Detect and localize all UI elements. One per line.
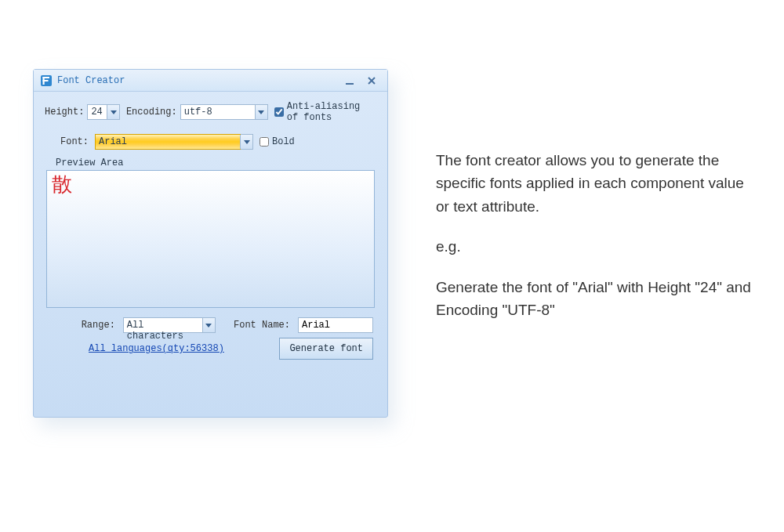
chevron-down-icon[interactable] [107,105,119,119]
explain-p2: e.g. [436,235,757,258]
explain-p3: Generate the font of "Arial" with Height… [436,276,757,322]
antialias-input[interactable] [274,107,284,117]
range-label: Range: [82,320,115,331]
font-combo[interactable]: Arial [95,134,253,150]
chevron-down-icon[interactable] [255,105,267,119]
preview-label: Preview Area [56,157,376,168]
antialias-label: Anti-aliasing of fonts [287,101,376,123]
window-title: Font Creator [57,75,125,86]
explain-p1: The font creator allows you to generate … [436,149,757,218]
height-label: Height: [45,107,84,118]
svg-rect-4 [346,83,354,85]
preview-glyph: 散 [52,172,72,196]
generate-font-button[interactable]: Generate font [279,338,373,360]
chevron-down-icon[interactable] [240,135,252,149]
font-creator-window: Font Creator Height: 24 [33,69,388,418]
encoding-label: Encoding: [126,107,177,118]
app-icon [40,74,53,87]
range-value: All characters [124,318,202,332]
svg-rect-3 [43,80,49,81]
encoding-combo[interactable]: utf-8 [180,104,268,120]
height-value: 24 [88,105,107,119]
fontname-input[interactable] [298,317,373,333]
all-languages-link[interactable]: All languages(qty:56338) [89,343,224,354]
font-value: Arial [95,134,241,150]
bold-checkbox[interactable]: Bold [260,136,295,147]
range-combo[interactable]: All characters [123,317,216,333]
preview-area: 散 [46,170,375,308]
close-button[interactable] [362,74,381,88]
antialias-checkbox[interactable]: Anti-aliasing of fonts [274,101,376,123]
explanation-block: The font creator allows you to generate … [436,149,757,339]
chevron-down-icon[interactable] [202,318,215,332]
encoding-value: utf-8 [181,105,255,119]
fontname-label: Font Name: [234,320,290,331]
minimize-button[interactable] [340,74,359,88]
bold-input[interactable] [260,137,269,147]
height-combo[interactable]: 24 [87,104,120,120]
bold-label: Bold [272,136,295,147]
svg-rect-2 [43,77,50,78]
titlebar: Font Creator [34,70,387,92]
font-label: Font: [60,136,89,147]
